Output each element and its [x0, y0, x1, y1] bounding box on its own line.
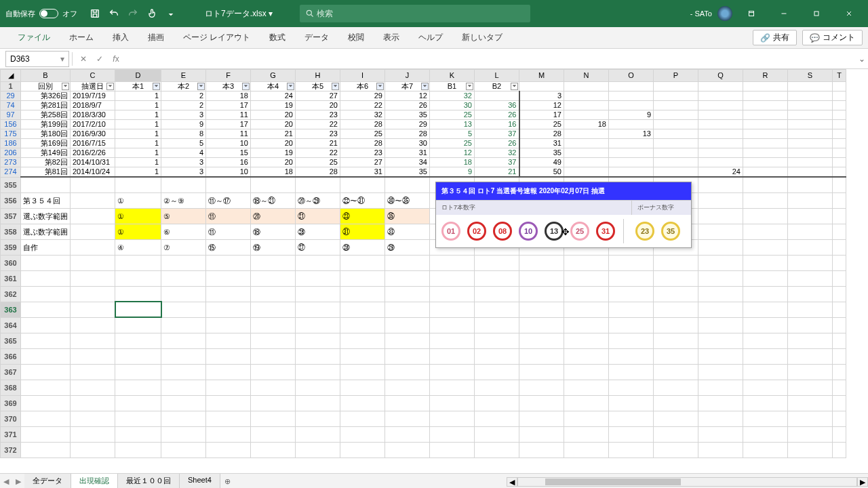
cell[interactable]	[161, 380, 206, 395]
cell[interactable]	[206, 177, 251, 192]
cell[interactable]	[654, 270, 698, 286]
cell[interactable]: 4	[161, 148, 206, 158]
cell[interactable]	[564, 92, 609, 101]
tab-review[interactable]: 校閲	[338, 27, 374, 48]
cell[interactable]: 15	[206, 148, 251, 158]
cell[interactable]: 第199回	[21, 120, 71, 129]
cell[interactable]	[698, 255, 743, 270]
cell[interactable]	[71, 270, 115, 286]
sheet-tab[interactable]: 出現確認	[71, 474, 118, 488]
cell[interactable]: 1	[115, 139, 161, 148]
cell[interactable]	[71, 208, 115, 224]
cell[interactable]	[251, 426, 296, 442]
cell[interactable]: ⑱	[251, 224, 296, 239]
cell[interactable]	[564, 82, 609, 92]
loto-result-panel[interactable]: 第３５４回 ロト7 当選番号速報 2020年02月07日 抽選 ロト7本数字 ボ…	[435, 182, 692, 248]
cell[interactable]	[788, 110, 833, 120]
row-header[interactable]: 367	[1, 364, 21, 380]
filename[interactable]: ロト7データ.xlsx ▾	[205, 8, 273, 20]
cell[interactable]	[21, 426, 71, 442]
cell[interactable]: 18	[430, 158, 475, 167]
cell[interactable]: 12	[385, 92, 430, 101]
cell[interactable]	[21, 348, 71, 364]
cell[interactable]	[71, 177, 115, 192]
cell[interactable]	[206, 286, 251, 302]
row-header[interactable]: 74	[1, 101, 21, 110]
cell[interactable]	[564, 101, 609, 110]
cell[interactable]: 30	[385, 139, 430, 148]
cell[interactable]	[654, 426, 698, 442]
cell[interactable]: 18	[564, 120, 609, 129]
header-cell[interactable]: 本5	[296, 82, 340, 92]
cell[interactable]: 1	[115, 92, 161, 101]
cell[interactable]: ㉘	[340, 239, 385, 255]
cell[interactable]	[71, 317, 115, 333]
tab-pagelayout[interactable]: ページ レイアウト	[174, 27, 260, 48]
cell[interactable]	[609, 364, 654, 380]
cell[interactable]	[475, 395, 519, 411]
cell[interactable]: 10	[206, 167, 251, 178]
cell[interactable]	[161, 177, 206, 192]
cell[interactable]	[475, 364, 519, 380]
cell[interactable]: ⑦	[161, 239, 206, 255]
cell[interactable]: 34	[385, 158, 430, 167]
cell[interactable]	[788, 302, 833, 317]
cell[interactable]	[788, 120, 833, 129]
cell[interactable]	[206, 380, 251, 395]
cell[interactable]	[564, 110, 609, 120]
cell[interactable]	[519, 426, 564, 442]
cell[interactable]	[833, 120, 846, 129]
row-header[interactable]: 368	[1, 380, 21, 395]
cell[interactable]: 25	[519, 120, 564, 129]
cell[interactable]	[340, 255, 385, 270]
cell[interactable]: 28	[385, 129, 430, 139]
cell[interactable]	[206, 317, 251, 333]
row-header[interactable]: 362	[1, 286, 21, 302]
cancel-formula-icon[interactable]: ✕	[75, 54, 92, 64]
cell[interactable]	[519, 442, 564, 458]
cell[interactable]	[475, 348, 519, 364]
cell[interactable]: 10	[206, 139, 251, 148]
cell[interactable]	[698, 317, 743, 333]
user-name[interactable]: - SATo	[690, 9, 712, 18]
cell[interactable]	[833, 348, 846, 364]
cell[interactable]	[430, 442, 475, 458]
cell[interactable]	[71, 239, 115, 255]
cell[interactable]	[21, 364, 71, 380]
tab-insert[interactable]: 挿入	[103, 27, 138, 48]
cell[interactable]	[115, 317, 161, 333]
cell[interactable]: 25	[430, 139, 475, 148]
cell[interactable]	[698, 302, 743, 317]
tab-draw[interactable]: 描画	[138, 27, 174, 48]
cell[interactable]	[340, 411, 385, 426]
cell[interactable]	[115, 395, 161, 411]
cell[interactable]	[21, 333, 71, 348]
cell[interactable]	[654, 442, 698, 458]
row-header[interactable]: 29	[1, 92, 21, 101]
cell[interactable]	[21, 411, 71, 426]
cell[interactable]	[833, 442, 846, 458]
row-header[interactable]: 363	[1, 302, 21, 317]
cell[interactable]	[251, 286, 296, 302]
header-cell[interactable]: 本4	[251, 82, 296, 92]
avatar[interactable]	[717, 6, 732, 21]
cell[interactable]	[743, 270, 788, 286]
cell[interactable]	[654, 364, 698, 380]
hscroll-track[interactable]	[517, 477, 857, 487]
cell[interactable]	[698, 208, 743, 224]
cell[interactable]: 32	[475, 148, 519, 158]
cell[interactable]: 26	[475, 139, 519, 148]
col-M[interactable]: M	[519, 70, 564, 82]
cell[interactable]: 9	[161, 120, 206, 129]
cell[interactable]: 2016/2/26	[71, 148, 115, 158]
cell[interactable]	[115, 270, 161, 286]
col-R[interactable]: R	[743, 70, 788, 82]
cell[interactable]	[430, 286, 475, 302]
cell[interactable]	[340, 348, 385, 364]
cell[interactable]	[698, 286, 743, 302]
tab-newtab[interactable]: 新しいタブ	[452, 27, 512, 48]
cell[interactable]	[833, 158, 846, 167]
cell[interactable]	[430, 395, 475, 411]
cell[interactable]	[654, 148, 698, 158]
cell[interactable]	[654, 120, 698, 129]
